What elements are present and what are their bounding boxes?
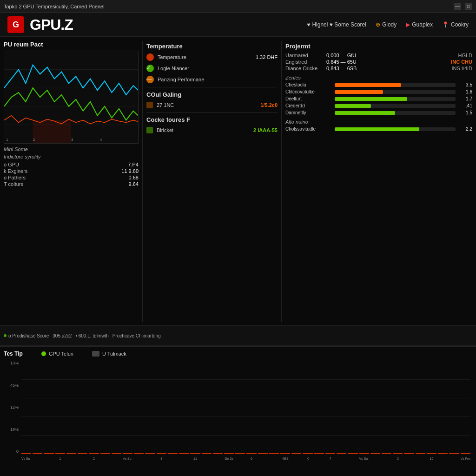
x-label: 6ln 2s: [224, 457, 234, 460]
x-label: 1: [55, 457, 65, 460]
bar-value: 1.5: [458, 110, 472, 115]
proj-val: 0,000 — GfU: [326, 53, 454, 58]
green-dot: [41, 351, 46, 356]
nav-label-3: Cookry: [451, 21, 469, 28]
header: G GPU.Z ♥ Hignel ♥ Some Scorel ⊕ Glody ▶…: [0, 13, 476, 37]
bar-track: [335, 127, 456, 131]
proj-label: Engistred: [285, 59, 323, 65]
bar-value: 1.7: [458, 96, 472, 101]
bar-value: 2.2: [458, 126, 472, 132]
mini-section-title: Mini Some: [4, 146, 139, 152]
stats-label: k Exginers: [4, 168, 27, 174]
stats-row: T colturs9.64: [4, 181, 139, 187]
main-content: PU reum Pact 1 2 3 4: [0, 37, 476, 325]
nav-label-1: Glody: [382, 21, 397, 28]
app-icon: G: [7, 16, 24, 33]
chart-area: 13%45%12%19%0 Vs Su 1812Vs Su 1B3116ln 2…: [4, 361, 472, 463]
x-labels: Vs Su 1812Vs Su 1B3116ln 2s64lB8X7Vs Su …: [21, 454, 470, 463]
sub-section-alto: Alto naino: [285, 119, 472, 125]
bar-row: Crederdd .41: [285, 103, 472, 108]
y-label: 19%: [4, 427, 19, 432]
bar-label: Deelturt: [285, 96, 332, 101]
bar-track: [335, 104, 456, 108]
svg-rect-4: [33, 120, 71, 144]
temp-label-0: Temperature: [158, 54, 186, 60]
stats-label: o GPU: [4, 162, 19, 167]
proj-val: 0,843 — 6SB: [326, 66, 448, 71]
window-controls: — □: [454, 3, 472, 10]
bottom-title: Tes Tip: [4, 350, 23, 357]
fan-value: 1/5.2c0: [260, 102, 278, 108]
window-title: Topko 2 GPU Tempresicutily, Carned Poene…: [4, 4, 105, 9]
nav-item-1[interactable]: ⊕ Glody: [376, 21, 397, 28]
temp-icon-orange: —: [146, 76, 154, 83]
clock-value: 2 IAAA-55: [253, 127, 278, 133]
stats-value: 7.P4: [128, 162, 139, 167]
bars2-container: Cholssavitudle 2.2: [285, 126, 472, 132]
x-label: Vs Fmalık: [461, 457, 470, 460]
proj-val: 0,645 — 65U: [326, 59, 447, 65]
fan-icon: [146, 102, 153, 108]
y-labels: 13%45%12%19%0: [4, 361, 20, 454]
x-label: Vs Su F: [359, 457, 369, 460]
bar-label: Cholssavitudle: [285, 126, 332, 132]
bar-row: Damnetlly 1.5: [285, 110, 472, 115]
bar-fill: [335, 111, 395, 115]
u-indicator: U Tulmack: [92, 351, 126, 357]
fan-title: COul Galing: [146, 91, 278, 98]
bar-track: [335, 97, 456, 101]
proj-extra: HGLD: [458, 53, 472, 58]
x-label: Vs Su 18: [21, 457, 31, 460]
fan-item: 27 1NC 1/5.2c0: [146, 102, 278, 108]
nav-item-2[interactable]: ▶ Guaplex: [406, 21, 433, 28]
temp-value-0: 1.32 DHF: [256, 54, 278, 60]
proj-label: Diance Oricke: [285, 66, 323, 71]
clock-label: Blricket: [157, 127, 173, 133]
stats-value: 0.68: [129, 175, 139, 180]
small-icon: [92, 351, 99, 357]
left-panel: PU reum Pact 1 2 3 4: [4, 41, 139, 322]
proj-extra: INC CHU: [451, 59, 472, 65]
right-panel-title: Projermt: [285, 43, 472, 50]
bar-row: Chlcnovotulke 1.6: [285, 89, 472, 94]
bar-track: [335, 90, 456, 94]
proj-row: Uarmared0,000 — GfUHGLD: [285, 53, 472, 58]
pin-icon: 📍: [442, 21, 449, 28]
svg-text:1: 1: [6, 138, 8, 142]
status-bar: o Prodishase Score 305.u2c2 • 600.L. tel…: [0, 325, 476, 346]
minimize-button[interactable]: —: [454, 3, 461, 10]
bar-row: Cholssavitudle 2.2: [285, 126, 472, 132]
nav-item-3[interactable]: 📍 Cookry: [442, 21, 469, 28]
divider-1: [146, 87, 278, 87]
status-text-1: 305.u2c2: [53, 333, 72, 338]
u-label: U Tulmack: [102, 351, 126, 357]
gpu-indicator: GPU Telun: [41, 351, 73, 357]
x-label: Vs Su 1B: [123, 457, 132, 460]
stats-value: 9.64: [129, 181, 139, 187]
temp-label-1: Logle Niancer: [158, 66, 189, 71]
bar-label: Chlcnovotulke: [285, 89, 332, 94]
stats-label: o Pathers: [4, 175, 26, 180]
stats-value: 11 9.60: [121, 168, 139, 174]
bar-track: [335, 83, 456, 87]
svg-text:3: 3: [71, 138, 73, 142]
bottom-header: Tes Tip GPU Telun U Tulmack: [4, 350, 472, 357]
x-label: 2: [89, 457, 99, 460]
bar-fill: [335, 83, 401, 87]
proj-label: Uarmared: [285, 53, 323, 58]
x-label: 6: [246, 457, 256, 460]
temp-item-0: Temperature 1.32 DHF: [146, 53, 278, 61]
sub-section-zenles: Zenles: [285, 75, 472, 80]
maximize-button[interactable]: □: [465, 3, 472, 10]
stats-table: o GPU7.P4k Exginers11 9.60o Pathers0.68T…: [4, 161, 139, 187]
nav-item-0[interactable]: ♥ Hignel ♥ Some Scorel: [307, 21, 366, 28]
proj-rows: Uarmared0,000 — GfUHGLDEngistred0,645 — …: [285, 53, 472, 71]
proj-row: Diance Oricke0,843 — 6SBINS.I/4ID: [285, 66, 472, 71]
stats-label: T colturs: [4, 181, 23, 187]
x-label: 11: [190, 457, 200, 460]
bar-value: 3.5: [458, 82, 472, 87]
right-panel: Projermt Uarmared0,000 — GfUHGLDEngistre…: [285, 41, 472, 322]
clock-item: Blricket 2 IAAA-55: [146, 127, 278, 133]
bar-fill: [335, 97, 407, 101]
heart-icon: ♥: [307, 21, 310, 28]
